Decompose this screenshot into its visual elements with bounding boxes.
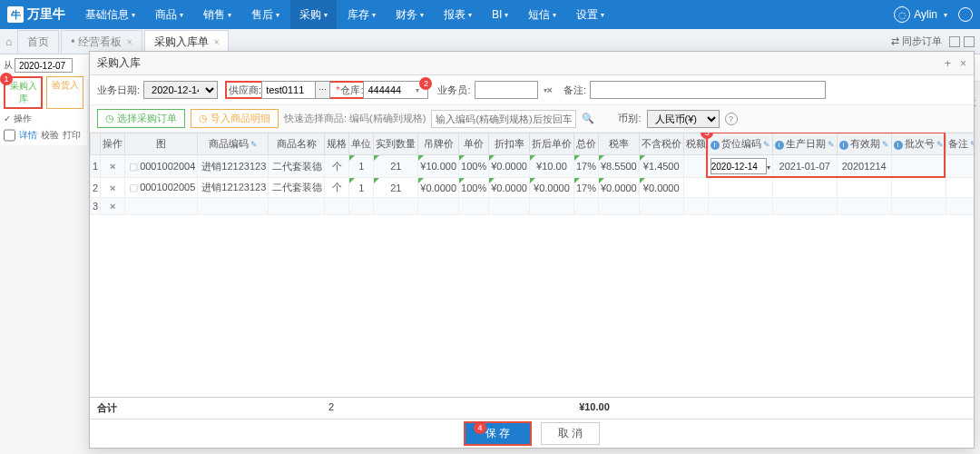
sidebar-ops: ✓ 操作 [4, 113, 83, 125]
from-date-input[interactable] [15, 58, 73, 73]
sidebar-row: 详情 校验 打印 [4, 129, 83, 142]
row-delete-icon[interactable]: × [110, 183, 115, 193]
supplier-input[interactable] [261, 81, 316, 99]
totals-qty: 2 [328, 401, 334, 415]
callout-3: 3 [701, 133, 713, 139]
inspect-in-button[interactable]: 验货入 [46, 76, 83, 109]
modal-expand-icon[interactable]: + [945, 57, 951, 70]
chevron-down-icon: ▾ [944, 11, 947, 19]
edit-icon: ✎ [250, 140, 258, 149]
currency-select[interactable]: 人民币(¥) [647, 110, 720, 128]
refresh-icon[interactable] [964, 36, 975, 47]
quick-code-input[interactable] [431, 110, 576, 128]
cancel-button[interactable]: 取 消 [541, 422, 600, 445]
logo-icon: 牛 [7, 6, 24, 23]
help-icon[interactable]: ? [725, 113, 738, 125]
nav-item-4[interactable]: 采购▾ [290, 0, 337, 29]
sidebar: 从 1 采购入库 验货入 ✓ 操作 详情 校验 打印 [0, 54, 87, 145]
nav-item-9[interactable]: 短信▾ [519, 0, 565, 29]
pick-po-button[interactable]: ◷ 选择采购订单 [97, 109, 185, 128]
agent-label: 业务员: [437, 84, 470, 97]
modal-title: 采购入库 [97, 55, 945, 71]
row-delete-icon[interactable]: × [110, 201, 115, 212]
sync-orders-button[interactable]: ⇄ 同步订单 [891, 35, 942, 48]
home-icon[interactable]: ⌂ [5, 35, 12, 48]
remark-input[interactable] [590, 81, 826, 99]
modal-footer: 4 保 存 取 消 [90, 419, 974, 448]
col-8[interactable]: 单价 [459, 133, 489, 155]
image-icon: ▢ [129, 161, 138, 172]
sidebar-print-link[interactable]: 打印 [63, 129, 81, 142]
nav-item-3[interactable]: 售后▾ [242, 0, 289, 29]
modal-toolbar: ◷ 选择采购订单 ◷ 导入商品明细 快速选择商品: 编码(精确到规格) 🔍 币别… [90, 104, 974, 133]
col-4[interactable]: 规格 [325, 133, 349, 155]
callout-2: 2 [419, 77, 432, 90]
col-2[interactable]: 商品编码✎ [198, 133, 269, 155]
tab-0[interactable]: • 经营看板× [61, 30, 142, 54]
user-badge[interactable]: ◌ Aylin ▾ [894, 6, 947, 23]
sidebar-detail-link[interactable]: 详情 [19, 129, 37, 142]
sidebar-verify-link[interactable]: 校验 [41, 129, 59, 142]
nav-item-6[interactable]: 财务▾ [387, 0, 433, 29]
import-detail-button[interactable]: ◷ 导入商品明细 [191, 109, 279, 128]
nav-item-2[interactable]: 销售▾ [194, 0, 240, 29]
remark-label: 备注: [564, 84, 586, 97]
window-controls [949, 36, 975, 47]
bizdate-select[interactable]: 2020-12-14 [143, 81, 218, 99]
totals-amount: ¥10.00 [579, 401, 610, 415]
warehouse-label: *仓库: [336, 84, 363, 97]
agent-input[interactable] [475, 81, 538, 99]
nav-item-0[interactable]: 基础信息▾ [76, 0, 144, 29]
tab-home[interactable]: 首页 [17, 30, 59, 54]
support-icon[interactable] [958, 7, 973, 22]
col-10[interactable]: 折后单价 [529, 133, 573, 155]
nav-item-5[interactable]: 库存▾ [338, 0, 385, 29]
col-9[interactable]: 折扣率 [489, 133, 530, 155]
table-row: 2×▢0001002005进销12123123二代套装德个121¥0.00001… [91, 178, 975, 198]
purchase-in-button[interactable]: 1 采购入库 [4, 76, 43, 109]
col-7[interactable]: 吊牌价 [418, 133, 459, 155]
col-11[interactable]: 总价 [573, 133, 598, 155]
col-6[interactable]: 实到数量 [374, 133, 418, 155]
tab-close-icon[interactable]: × [127, 37, 132, 47]
top-nav: 牛 万里牛 基础信息▾商品▾销售▾售后▾采购▾库存▾财务▾报表▾BI▾短信▾设置… [0, 0, 980, 29]
nav-item-7[interactable]: 报表▾ [435, 0, 481, 29]
table-row: 3× [91, 198, 975, 215]
grid-wrap: 操作图商品编码✎商品名称规格单位实到数量吊牌价单价折扣率折后单价总价税率不含税价… [90, 133, 974, 397]
nav-item-8[interactable]: BI▾ [483, 0, 517, 29]
callout-4: 4 [474, 421, 486, 434]
edit-icon: ✎ [970, 140, 974, 149]
totals-bar: 合计 2 ¥10.00 [90, 397, 974, 419]
callout-1: 1 [0, 73, 13, 85]
brand-logo: 牛 万里牛 [7, 6, 65, 23]
supplier-warehouse-group: 供应商: ⋯ *仓库: ▾ 2 [225, 81, 428, 99]
bizdate-label: 业务日期: [97, 84, 140, 97]
nav-item-1[interactable]: 商品▾ [146, 0, 192, 29]
modal-header: 采购入库 + × [90, 52, 974, 75]
brand-text: 万里牛 [27, 6, 65, 23]
supplier-label: 供应商: [229, 84, 261, 97]
agent-clear-icon[interactable]: × [547, 84, 553, 95]
col-19[interactable]: 备注✎ [946, 133, 974, 155]
tab-1[interactable]: 采购入库单× [144, 30, 230, 54]
nav-right: ◌ Aylin ▾ [894, 6, 973, 23]
expand-icon[interactable] [949, 36, 960, 47]
row-checkbox[interactable] [4, 129, 15, 142]
col-0[interactable]: 操作 [101, 133, 125, 155]
quick-select-label: 快速选择商品: 编码(精确到规格) [284, 112, 426, 125]
col-3[interactable]: 商品名称 [269, 133, 325, 155]
col-5[interactable]: 单位 [349, 133, 374, 155]
col-1[interactable]: 图 [125, 133, 198, 155]
row-delete-icon[interactable]: × [110, 161, 115, 172]
modal-close-icon[interactable]: × [960, 57, 966, 70]
tab-close-icon[interactable]: × [214, 37, 220, 47]
tab-right: ⇄ 同步订单 [891, 35, 975, 48]
col-13[interactable]: 不含税价 [639, 133, 683, 155]
user-name: Aylin [914, 8, 937, 21]
currency-label: 币别: [618, 112, 641, 125]
search-icon[interactable]: 🔍 [582, 113, 594, 124]
nav-item-10[interactable]: 设置▾ [567, 0, 613, 29]
supplier-picker-button[interactable]: ⋯ [316, 81, 330, 99]
col-12[interactable]: 税率 [598, 133, 639, 155]
highlight-box-3: 3 [706, 133, 946, 178]
